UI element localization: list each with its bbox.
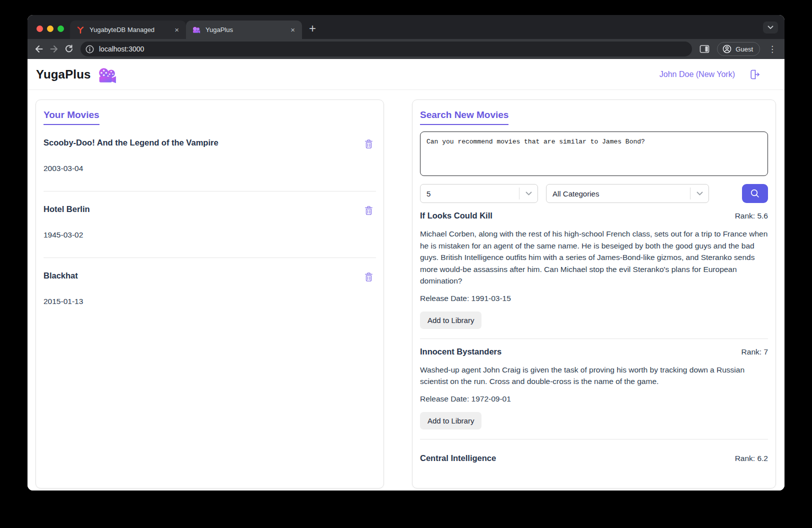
search-result: Innocent Bystanders Rank: 7 Washed-up ag… (420, 339, 768, 440)
delete-movie-button[interactable] (364, 271, 374, 282)
result-limit-select[interactable]: 5 (420, 184, 538, 203)
result-rank: Rank: 6.2 (735, 454, 768, 463)
result-limit-value: 5 (426, 190, 430, 198)
search-button[interactable] (742, 184, 768, 203)
search-title: Search New Movies (420, 110, 508, 125)
profile-label: Guest (736, 46, 753, 53)
your-movies-panel: Your Movies Scooby-Doo! And the Legend o… (36, 100, 384, 488)
result-title: If Looks Could Kill (420, 211, 492, 220)
tab-strip: YugabyteDB Managed × YugaPlus × + (28, 15, 784, 39)
list-item: Scooby-Doo! And the Legend of the Vampir… (44, 125, 376, 192)
movie-release-date: 1945-03-02 (44, 230, 376, 240)
app-title: YugaPlus (36, 68, 91, 82)
new-tab-button[interactable]: + (309, 22, 316, 34)
trash-icon (364, 271, 374, 282)
result-title: Central Intelligence (420, 454, 496, 463)
result-description: Michael Corben, along with the rest of h… (420, 228, 768, 287)
movie-title: Scooby-Doo! And the Legend of the Vampir… (44, 138, 218, 148)
projector-icon (98, 68, 117, 84)
chevron-down-icon (768, 26, 774, 30)
info-icon (85, 44, 94, 54)
forward-icon (49, 44, 59, 54)
search-result: If Looks Could Kill Rank: 5.6 Michael Co… (420, 203, 768, 339)
zoom-window-button[interactable] (58, 26, 64, 32)
forward-button[interactable] (46, 42, 62, 56)
address-bar[interactable]: localhost:3000 (80, 42, 692, 56)
search-panel: Search New Movies Can you recommend movi… (412, 100, 776, 488)
guest-icon (722, 44, 732, 54)
window-controls (36, 26, 64, 32)
result-rank: Rank: 7 (742, 348, 768, 356)
search-icon (750, 188, 760, 199)
browser-toolbar: localhost:3000 Guest ⋮ (28, 39, 784, 59)
logout-icon (748, 68, 760, 80)
reload-button[interactable] (62, 42, 76, 56)
tab-title: YugaPlus (206, 26, 284, 34)
main-content: Your Movies Scooby-Doo! And the Legend o… (28, 90, 784, 490)
result-description: Washed-up agent John Craig is given the … (420, 364, 768, 388)
chevron-down-icon (526, 192, 532, 196)
browser-window: YugabyteDB Managed × YugaPlus × + (28, 15, 784, 490)
search-query-input[interactable]: Can you recommend movies that are simila… (420, 132, 768, 176)
close-window-button[interactable] (36, 26, 43, 32)
projector-icon (192, 26, 200, 34)
category-select[interactable]: All Categories (546, 184, 709, 203)
result-release-date: Release Date: 1991-03-15 (420, 294, 768, 303)
back-icon (34, 44, 44, 54)
logout-button[interactable] (748, 68, 760, 80)
tab-search-chevron-button[interactable] (763, 22, 778, 34)
movie-title: Hotel Berlin (44, 204, 90, 214)
add-to-library-button[interactable]: Add to Library (420, 312, 482, 329)
back-button[interactable] (32, 42, 46, 56)
movie-release-date: 2015-01-13 (44, 297, 376, 306)
trash-icon (364, 138, 374, 150)
trash-icon (364, 204, 374, 216)
library-title: Your Movies (44, 110, 100, 125)
tab-title: YugabyteDB Managed (90, 26, 168, 34)
profile-button[interactable]: Guest (717, 42, 760, 56)
minimize-window-button[interactable] (47, 26, 54, 32)
search-result: Central Intelligence Rank: 6.2 (420, 440, 768, 472)
movie-release-date: 2003-03-04 (44, 164, 376, 173)
yugabyte-icon (76, 26, 84, 34)
delete-movie-button[interactable] (364, 204, 374, 216)
side-panel-icon (700, 44, 710, 54)
result-rank: Rank: 5.6 (735, 212, 768, 220)
add-to-library-button[interactable]: Add to Library (420, 412, 482, 430)
tab-yugaplus[interactable]: YugaPlus × (186, 20, 302, 39)
movie-title: Blackhat (44, 271, 78, 280)
user-profile-link[interactable]: John Doe (New York) (660, 70, 735, 79)
url-text: localhost:3000 (99, 45, 144, 53)
browser-menu-button[interactable]: ⋮ (765, 43, 780, 56)
tab-yugabytedb-managed[interactable]: YugabyteDB Managed × (70, 20, 186, 39)
list-item: Blackhat 2015-01-13 (44, 258, 376, 324)
result-title: Innocent Bystanders (420, 347, 502, 356)
reload-icon (64, 44, 74, 54)
close-icon[interactable]: × (172, 25, 181, 34)
list-item: Hotel Berlin 1945-03 (44, 192, 376, 258)
chevron-down-icon (696, 192, 703, 196)
category-value: All Categories (552, 190, 599, 198)
search-controls: 5 All Categories (420, 184, 768, 203)
side-panel-button[interactable] (697, 42, 712, 56)
close-icon[interactable]: × (288, 25, 297, 34)
result-release-date: Release Date: 1972-09-01 (420, 394, 768, 404)
app-header: YugaPlus John Doe (New York) (28, 59, 784, 90)
delete-movie-button[interactable] (364, 138, 374, 150)
